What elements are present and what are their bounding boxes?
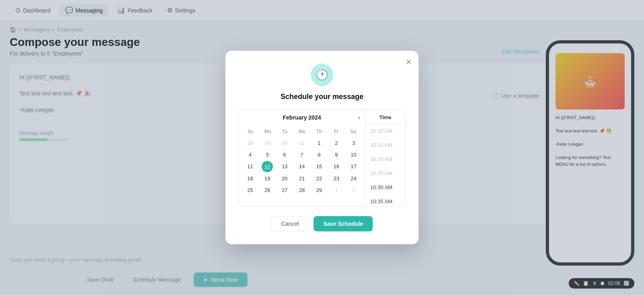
calendar-day-29[interactable]: 29 (259, 138, 276, 149)
calendar-day-13[interactable]: 13 (277, 161, 293, 172)
modal-title: Schedule your message (281, 93, 363, 101)
day-header-mo: Mo (259, 127, 277, 136)
calendar-day-16[interactable]: 16 (328, 161, 345, 172)
calendar-day-6[interactable]: 6 (277, 149, 293, 160)
selected-day[interactable]: 12 (262, 161, 273, 172)
schedule-modal: ✕ 🕐 Schedule your message February 2024 … (225, 51, 419, 244)
calendar-day-27[interactable]: 27 (277, 185, 293, 196)
day-header-we: We (293, 127, 311, 136)
calendar-day-23[interactable]: 23 (328, 173, 345, 184)
calendar-day-14[interactable]: 14 (294, 161, 310, 172)
clock-icon: 🕐 (316, 69, 328, 81)
calendar-day-2[interactable]: 2 (328, 138, 345, 149)
day-header-fr: Fr (328, 127, 345, 136)
calendar-day-28[interactable]: 28 (242, 138, 258, 149)
calendar-day-31[interactable]: 31 (294, 138, 310, 149)
time-slot-10-15-AM[interactable]: 10:15 AM (365, 138, 405, 152)
time-slot-10-30-AM[interactable]: 10:30 AM (365, 180, 405, 194)
modal-close-button[interactable]: ✕ (405, 57, 412, 67)
calendar-section: February 2024 › SuMoTuWeThFrSa 282930311… (239, 109, 365, 206)
month-year-label: February 2024 (283, 114, 321, 121)
calendar-day-7[interactable]: 7 (294, 149, 310, 160)
calendar-day-11[interactable]: 11 (242, 161, 258, 172)
calendar-day-2[interactable]: 2 (345, 185, 362, 196)
calendar-day-28[interactable]: 28 (294, 185, 310, 196)
calendar-grid[interactable]: 2829303112345678910111213141516171819202… (239, 138, 365, 200)
calendar-day-21[interactable]: 21 (294, 173, 310, 184)
calendar-time-wrapper: February 2024 › SuMoTuWeThFrSa 282930311… (238, 109, 406, 206)
calendar-day-25[interactable]: 25 (242, 185, 258, 196)
calendar-day-29[interactable]: 29 (311, 185, 327, 196)
time-slot-10-10-AM[interactable]: 10:10 AM (365, 124, 405, 138)
day-header-th: Th (310, 127, 328, 136)
save-schedule-button[interactable]: Save Schedule (314, 216, 373, 231)
calendar-day-1[interactable]: 1 (328, 185, 345, 196)
calendar-day-3[interactable]: 3 (345, 138, 362, 149)
time-slot-10-25-AM[interactable]: 10:25 AM (365, 166, 405, 180)
calendar-day-12[interactable]: 12 (259, 161, 276, 172)
day-header-sa: Sa (345, 127, 362, 136)
calendar-day-10[interactable]: 10 (345, 149, 362, 160)
time-slot-10-35-AM[interactable]: 10:35 AM (365, 194, 405, 206)
calendar-day-15[interactable]: 15 (311, 161, 327, 172)
days-header: SuMoTuWeThFrSa (239, 126, 365, 138)
calendar-day-4[interactable]: 4 (242, 149, 258, 160)
calendar-day-5[interactable]: 5 (259, 149, 276, 160)
calendar-day-24[interactable]: 24 (345, 173, 362, 184)
time-panel: Time 10:10 AM10:15 AM10:20 AM10:25 AM10:… (365, 109, 405, 206)
time-header: Time (365, 109, 405, 124)
modal-actions: Cancel Save Schedule (238, 216, 406, 231)
time-slot-10-20-AM[interactable]: 10:20 AM (365, 152, 405, 166)
calendar-day-20[interactable]: 20 (277, 173, 293, 184)
calendar-day-22[interactable]: 22 (311, 173, 327, 184)
calendar-header: February 2024 › (239, 109, 365, 126)
calendar-day-26[interactable]: 26 (259, 185, 276, 196)
calendar-day-30[interactable]: 30 (277, 138, 293, 149)
calendar-day-17[interactable]: 17 (345, 161, 362, 172)
modal-overlay: ✕ 🕐 Schedule your message February 2024 … (0, 0, 644, 295)
calendar-day-9[interactable]: 9 (328, 149, 345, 160)
day-header-su: Su (242, 127, 259, 136)
calendar-day-8[interactable]: 8 (311, 149, 327, 160)
next-month-button[interactable]: › (358, 114, 360, 121)
calendar-day-1[interactable]: 1 (311, 138, 327, 149)
calendar-day-19[interactable]: 19 (259, 173, 276, 184)
day-header-tu: Tu (276, 127, 293, 136)
modal-icon: 🕐 (311, 64, 333, 86)
calendar-day-18[interactable]: 18 (242, 173, 258, 184)
cancel-button[interactable]: Cancel (271, 216, 309, 231)
